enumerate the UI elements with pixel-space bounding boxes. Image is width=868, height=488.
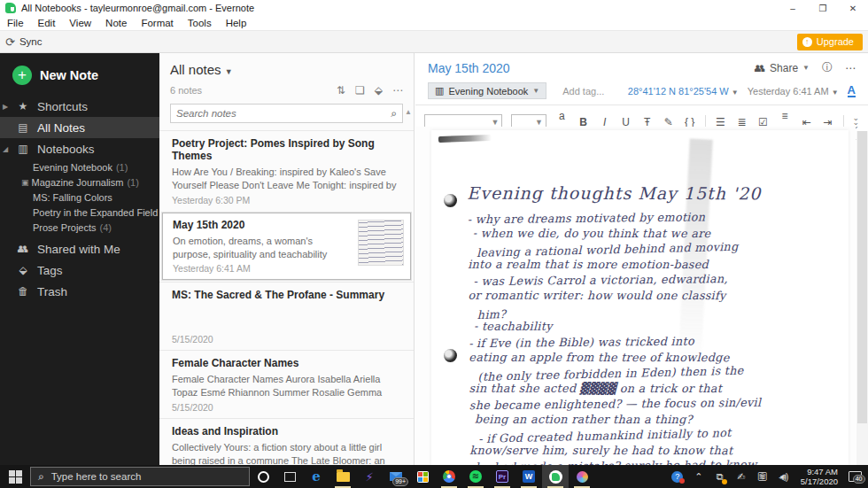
notes-filter-dropdown[interactable]: All notes ▼ (170, 62, 403, 77)
menu-note[interactable]: Note (105, 18, 127, 28)
star-icon: ★ (17, 100, 29, 112)
note-item[interactable]: Poetry Project: Pomes Inspired by Song T… (159, 130, 414, 211)
search-notes-input[interactable] (176, 108, 391, 119)
tag-filter-icon[interactable]: ⬙ (375, 84, 383, 97)
sidebar-item-all-notes[interactable]: ▤ All Notes (0, 117, 159, 138)
note-item[interactable]: MS: The Sacred & The Profane - Summary 5… (159, 282, 414, 350)
location-link[interactable]: 28°41'12 N 81°25'54 W ▼ (628, 86, 739, 97)
people-icon: 👥︎ (17, 243, 29, 255)
volume-icon[interactable]: 🔊︎◁) (774, 465, 794, 488)
notebook-evening[interactable]: Evening Notebook (1) (0, 159, 159, 174)
notebook-poetry-expanded-field[interactable]: Poetry in the Expanded Field Projects (0, 205, 159, 220)
edge-icon[interactable]: e (303, 465, 329, 488)
share-button[interactable]: 👥︎ Share ▼ (755, 62, 810, 74)
notebook-magazine-journalism[interactable]: ▣ Magazine Journalism (1) (0, 174, 159, 190)
notebook-selector[interactable]: ▥ Evening Notebook ▼ (428, 82, 546, 99)
search-icon[interactable]: ⌕ (391, 107, 397, 120)
scan-smudge (438, 135, 492, 143)
lightning-app-icon[interactable]: ⚡︎ (356, 465, 383, 488)
sidebar-item-shared-with-me[interactable]: 👥︎ Shared with Me (0, 238, 159, 259)
taskbar-clock[interactable]: 9:47 AM 5/17/2020 (795, 467, 843, 487)
sidebar-item-notebooks[interactable]: ◢ ▥ Notebooks (0, 138, 159, 159)
sidebar-item-tags[interactable]: ⬙ Tags (0, 259, 159, 281)
spotify-icon[interactable] (462, 465, 489, 488)
menu-format[interactable]: Format (141, 18, 173, 28)
upgrade-label: Upgrade (817, 36, 854, 47)
add-tag-field[interactable]: Add tag... (562, 86, 604, 97)
upgrade-button[interactable]: ↑ Upgrade (797, 34, 863, 50)
more-options-icon[interactable]: ⋯ (392, 84, 403, 97)
mail-icon[interactable]: 99+ (383, 465, 409, 488)
notes-count: 6 notes (170, 85, 202, 96)
notifications-icon[interactable]: 40 (845, 465, 864, 488)
scrollbar-thumb[interactable] (857, 131, 867, 423)
hidden-icons-chevron[interactable]: ⌃ (689, 465, 709, 488)
notebook-icon: ▥ (435, 85, 444, 97)
info-icon[interactable]: ⓘ (822, 60, 833, 75)
minimize-button[interactable]: – (778, 0, 808, 16)
menu-help[interactable]: Help (226, 18, 247, 28)
chrome-icon[interactable] (436, 465, 462, 488)
note-icon: ▤ (17, 121, 29, 134)
scanned-handwritten-page: Evening thoughts May 15th '20 - why are … (431, 130, 849, 465)
notes-list-panel: All notes ▼ 6 notes ⇅ ❏ ⬙ ⋯ ⌕ ▲ Poetry P… (159, 53, 415, 465)
chevron-down-icon: ◢ (3, 145, 9, 153)
hole-punch (444, 349, 457, 362)
note-timestamp[interactable]: Yesterday 6:41 AM ▼ (748, 86, 839, 97)
new-note-button[interactable]: + New Note (0, 53, 159, 96)
people-icon: 👥︎ (755, 62, 765, 74)
paint-3d-icon[interactable] (569, 465, 595, 488)
wifi-icon[interactable]: 🛜︎≋ (753, 465, 772, 488)
note-title[interactable]: May 15th 2020 (428, 61, 510, 75)
menu-view[interactable]: View (69, 18, 91, 28)
chevron-down-icon: ▼ (802, 64, 810, 72)
scroll-up-arrow[interactable]: ▲ (405, 108, 412, 116)
sync-button[interactable]: ⟳ Sync (5, 35, 42, 49)
word-icon[interactable]: W (515, 465, 542, 488)
more-options-icon[interactable]: ⋯ (845, 62, 856, 74)
task-view-icon[interactable] (276, 465, 303, 488)
microsoft-store-icon[interactable] (409, 465, 436, 488)
get-help-tray-icon[interactable]: ? (668, 465, 687, 488)
sync-label: Sync (19, 36, 43, 47)
upgrade-arrow-icon: ↑ (802, 37, 812, 47)
plus-icon: + (12, 66, 32, 85)
chevron-right-icon: ▶ (3, 103, 9, 111)
tag-icon: ⬙ (17, 264, 29, 276)
search-notes-box: ⌕ (170, 104, 403, 123)
hole-punch (444, 194, 457, 207)
search-icon: ⌕ (38, 470, 44, 483)
card-view-icon[interactable]: ❏ (355, 84, 365, 97)
premiere-pro-icon[interactable]: Pr (489, 465, 515, 488)
handwritten-text: Evening thoughts May 15th '20 - why are … (467, 180, 838, 465)
pen-tablet-icon[interactable]: ✍︎ (732, 465, 751, 488)
cortana-icon[interactable] (250, 465, 276, 488)
note-item-selected[interactable]: May 15th 2020 On emotion, dreams, a woma… (162, 213, 411, 280)
start-button[interactable] (0, 465, 30, 488)
taskbar-search-box[interactable]: ⌕ Type here to search (30, 467, 250, 486)
editor-scrollbar[interactable] (856, 131, 868, 465)
file-explorer-icon[interactable] (329, 465, 356, 488)
font-style-icon[interactable]: A (848, 84, 856, 97)
sort-icon[interactable]: ⇅ (337, 84, 345, 97)
chevron-down-icon: ▼ (225, 67, 233, 76)
evernote-taskbar-icon[interactable] (542, 465, 569, 488)
restore-button[interactable]: ❐ (808, 0, 838, 16)
note-content-area[interactable]: Evening thoughts May 15th '20 - why are … (415, 127, 856, 465)
close-button[interactable]: ✕ (838, 0, 868, 16)
menu-bar: File Edit View Note Format Tools Help (0, 16, 868, 31)
menu-edit[interactable]: Edit (38, 18, 56, 28)
sidebar-item-trash[interactable]: 🗑︎ Trash (0, 281, 159, 302)
notebook-prose-projects[interactable]: Prose Projects (4) (0, 220, 159, 235)
menu-file[interactable]: File (7, 18, 24, 28)
sidebar: + New Note ▶ ★ Shortcuts ▤ All Notes ◢ ▥… (0, 53, 159, 465)
note-editor: May 15th 2020 👥︎ Share ▼ ⓘ ⋯ ▥ Evening N… (415, 53, 868, 465)
project-screen-icon[interactable]: ⧉ (710, 465, 730, 488)
sidebar-item-shortcuts[interactable]: ▶ ★ Shortcuts (0, 96, 159, 117)
notebook-icon: ▥ (17, 143, 29, 155)
sync-icon: ⟳ (5, 35, 15, 49)
note-item[interactable]: Female Character Names Female Character … (159, 350, 414, 418)
notebook-ms-falling-colors[interactable]: MS: Falling Colors (0, 190, 159, 205)
menu-tools[interactable]: Tools (188, 18, 212, 28)
app-toolbar: ⟳ Sync ↑ Upgrade (0, 31, 868, 53)
